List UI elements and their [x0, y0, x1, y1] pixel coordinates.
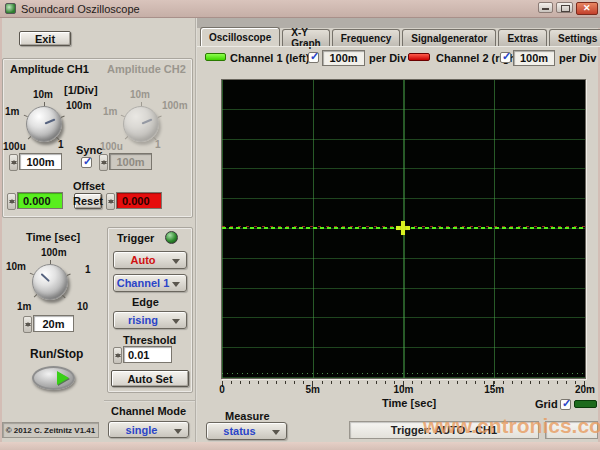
- app-window: Soundcard Oszilloscope Exit Amplitude CH…: [0, 0, 600, 450]
- tab-oscilloscope[interactable]: Oscilloscope: [200, 27, 280, 46]
- channel1-label: Channel 1 (left): [230, 52, 309, 64]
- amplitude-ch1-spinner[interactable]: [9, 154, 18, 171]
- maximize-button[interactable]: [556, 2, 573, 13]
- tab-xy-graph[interactable]: X-Y Graph: [282, 29, 329, 46]
- dial-label: 1m: [103, 106, 117, 117]
- window-border-bottom: [0, 442, 600, 450]
- amplitude-ch2-title: Amplitude CH2: [107, 63, 186, 75]
- offset-ch2-spinner[interactable]: [106, 193, 115, 210]
- trigger-edge-value: rising: [128, 314, 172, 326]
- offset-reset-button[interactable]: Reset: [74, 193, 102, 209]
- run-stop-button[interactable]: [32, 366, 75, 390]
- channel1-scale-value[interactable]: 100m: [322, 50, 365, 66]
- x-tick-label: 10m: [393, 384, 413, 395]
- grid-checkbox[interactable]: [560, 399, 571, 410]
- title-bar: Soundcard Oszilloscope: [0, 0, 600, 18]
- trigger-title: Trigger: [117, 232, 154, 244]
- dial-label: 100m: [41, 247, 67, 258]
- offset-ch2-value[interactable]: 0.000: [116, 192, 162, 209]
- amplitude-ch1-title: Amplitude CH1: [10, 63, 89, 75]
- channel1-checkbox[interactable]: [308, 52, 319, 63]
- cursor-crosshair-icon[interactable]: [395, 220, 411, 236]
- time-spinner[interactable]: [23, 316, 32, 333]
- exit-button[interactable]: Exit: [19, 31, 71, 46]
- minor-tick-row: [222, 373, 585, 374]
- channel1-color-swatch: [205, 53, 226, 61]
- time-value[interactable]: 20m: [33, 315, 74, 332]
- amplitude-ch2-spinner[interactable]: [99, 154, 108, 171]
- time-title: Time [sec]: [26, 231, 80, 243]
- close-button[interactable]: [576, 2, 598, 15]
- offset-label: Offset: [73, 180, 105, 192]
- channel1-per-div-label: per Div: [369, 52, 406, 64]
- scope-screen-frame: [221, 79, 586, 379]
- channel-mode-divider: [104, 400, 195, 402]
- offset-ch1-value[interactable]: 0.000: [17, 192, 63, 209]
- trigger-source-dropdown[interactable]: Channel 1: [113, 274, 187, 292]
- tab-signalgenerator[interactable]: Signalgenerator: [402, 29, 496, 46]
- watermark-text: www.cntronics.com: [423, 414, 600, 438]
- window-title: Soundcard Oszilloscope: [21, 3, 140, 15]
- tab-frequency[interactable]: Frequency: [332, 29, 401, 46]
- per-div-unit-label: [1/Div]: [64, 84, 98, 96]
- channel-mode-value: single: [126, 424, 172, 436]
- threshold-value[interactable]: 0.01: [123, 346, 172, 363]
- dial-label: 10: [77, 301, 88, 312]
- dial-label: 1m: [17, 301, 31, 312]
- copyright-text: © 2012 C. Zeitnitz V1.41: [2, 422, 99, 438]
- x-axis-title: Time [sec]: [382, 397, 436, 409]
- dial-label: 100u: [100, 141, 123, 152]
- dial-label: 10m: [6, 261, 26, 272]
- threshold-spinner[interactable]: [113, 347, 122, 364]
- trigger-edge-dropdown[interactable]: rising: [113, 311, 187, 329]
- trigger-mode-dropdown[interactable]: Auto: [113, 251, 187, 269]
- x-tick-label: 20m: [575, 384, 595, 395]
- tab-settings[interactable]: Settings: [549, 29, 600, 46]
- amplitude-ch1-value[interactable]: 100m: [19, 153, 62, 170]
- grid-label: Grid: [535, 398, 558, 410]
- auto-set-button[interactable]: Auto Set: [111, 370, 189, 387]
- channel2-checkbox[interactable]: [500, 52, 511, 63]
- tab-bar: Oscilloscope X-Y Graph Frequency Signalg…: [200, 27, 600, 46]
- dial-label: 100m: [162, 100, 188, 111]
- minimize-button[interactable]: [538, 2, 553, 13]
- threshold-label: Threshold: [123, 334, 176, 346]
- amplitude-ch1-knob[interactable]: [26, 106, 62, 142]
- x-tick-label: 15m: [484, 384, 504, 395]
- amplitude-ch2-value[interactable]: 100m: [109, 153, 152, 170]
- measure-value: status: [223, 425, 269, 437]
- x-tick-label: 0: [219, 384, 225, 395]
- dial-label: 10m: [130, 89, 150, 100]
- trigger-led: [165, 231, 178, 244]
- panel-divider: [195, 18, 197, 442]
- dial-label: 100m: [66, 100, 92, 111]
- channel-mode-label: Channel Mode: [111, 405, 186, 417]
- x-tick-label: 5m: [306, 384, 320, 395]
- measure-dropdown[interactable]: status: [206, 422, 287, 440]
- tab-page-edge: [197, 46, 600, 47]
- dial-label: 10m: [33, 89, 53, 100]
- amplitude-ch2-knob[interactable]: [123, 106, 159, 142]
- channel2-scale-value[interactable]: 100m: [513, 50, 555, 66]
- grid-color-swatch[interactable]: [574, 400, 597, 408]
- dial-label: 1: [58, 139, 64, 150]
- offset-ch1-spinner[interactable]: [7, 193, 16, 210]
- scope-plot-area[interactable]: [222, 80, 585, 378]
- edge-label: Edge: [132, 296, 159, 308]
- x-axis-labels: 0 5m 10m 15m 20m: [222, 384, 585, 396]
- run-stop-label: Run/Stop: [30, 347, 83, 361]
- measure-label: Measure: [225, 410, 270, 422]
- app-icon: [5, 3, 16, 14]
- dial-label: 100u: [3, 141, 26, 152]
- channel2-per-div-label: per Div: [559, 52, 596, 64]
- channel-mode-dropdown[interactable]: single: [108, 421, 189, 438]
- channel2-color-swatch: [408, 53, 430, 61]
- sync-checkbox[interactable]: [81, 157, 92, 168]
- dial-label: 1: [155, 139, 161, 150]
- dial-label: 1m: [5, 106, 19, 117]
- dial-label: 1: [85, 264, 91, 275]
- play-icon: [57, 371, 69, 385]
- trigger-mode-value: Auto: [130, 254, 169, 266]
- time-knob[interactable]: [32, 264, 68, 300]
- tab-extras[interactable]: Extras: [498, 29, 547, 46]
